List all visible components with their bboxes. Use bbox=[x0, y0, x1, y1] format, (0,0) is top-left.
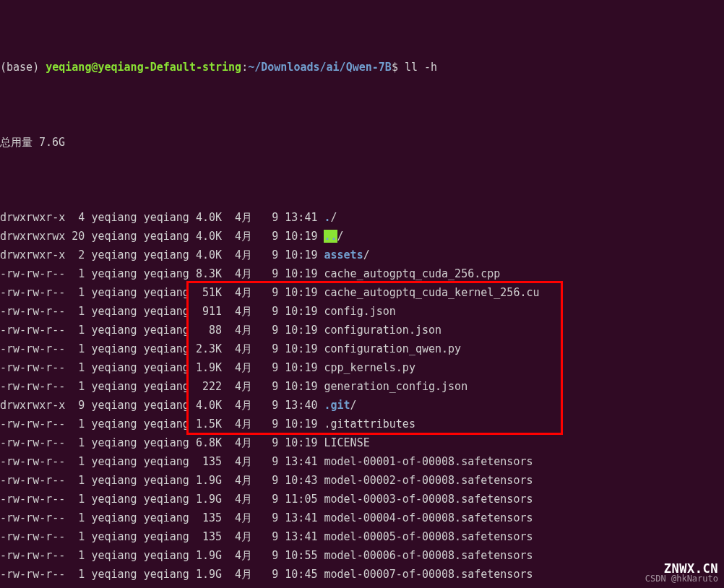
file-name: model-00003-of-00008.safetensors bbox=[324, 493, 533, 506]
file-row: -rw-rw-r-- 1 yeqiang yeqiang 6.8K 4月 9 1… bbox=[0, 433, 724, 452]
typed-command[interactable]: ll -h bbox=[405, 61, 437, 74]
prompt-env: (base) bbox=[0, 61, 46, 74]
file-metadata: -rw-rw-r-- 1 yeqiang yeqiang 1.9G 4月 9 1… bbox=[0, 549, 324, 562]
file-name: cpp_kernels.py bbox=[324, 361, 415, 374]
file-metadata: -rw-rw-r-- 1 yeqiang yeqiang 135 4月 9 13… bbox=[0, 455, 324, 468]
file-name: cache_autogptq_cuda_kernel_256.cu bbox=[324, 286, 539, 299]
file-name: cache_autogptq_cuda_256.cpp bbox=[324, 267, 500, 280]
file-metadata: -rw-rw-r-- 1 yeqiang yeqiang 1.9G 4月 9 1… bbox=[0, 474, 324, 487]
file-row: -rw-rw-r-- 1 yeqiang yeqiang 1.9G 4月 9 1… bbox=[0, 490, 724, 509]
file-row: -rw-rw-r-- 1 yeqiang yeqiang 1.9G 4月 9 1… bbox=[0, 546, 724, 565]
file-row: drwxrwxr-x 4 yeqiang yeqiang 4.0K 4月 9 1… bbox=[0, 208, 724, 227]
dir-slash: / bbox=[337, 230, 344, 243]
file-name: model-00007-of-00008.safetensors bbox=[324, 568, 533, 581]
file-name: .git bbox=[324, 399, 350, 412]
dir-slash: / bbox=[363, 248, 370, 261]
prompt-cwd: ~/Downloads/ai/Qwen-7B bbox=[248, 61, 392, 74]
file-name: model-00001-of-00008.safetensors bbox=[324, 455, 533, 468]
file-metadata: -rw-rw-r-- 1 yeqiang yeqiang 1.9K 4月 9 1… bbox=[0, 361, 324, 374]
file-metadata: -rw-rw-r-- 1 yeqiang yeqiang 135 4月 9 13… bbox=[0, 511, 324, 524]
file-metadata: drwxrwxrwx 20 yeqiang yeqiang 4.0K 4月 9 … bbox=[0, 230, 324, 243]
file-row: drwxrwxrwx 20 yeqiang yeqiang 4.0K 4月 9 … bbox=[0, 227, 724, 246]
file-row: -rw-rw-r-- 1 yeqiang yeqiang 88 4月 9 10:… bbox=[0, 321, 724, 340]
prompt-user-host: yeqiang@yeqiang-Default-string bbox=[46, 61, 241, 74]
file-metadata: -rw-rw-r-- 1 yeqiang yeqiang 911 4月 9 10… bbox=[0, 305, 324, 318]
file-metadata: -rw-rw-r-- 1 yeqiang yeqiang 135 4月 9 13… bbox=[0, 530, 324, 543]
file-row: -rw-rw-r-- 1 yeqiang yeqiang 8.3K 4月 9 1… bbox=[0, 264, 724, 283]
file-metadata: drwxrwxr-x 9 yeqiang yeqiang 4.0K 4月 9 1… bbox=[0, 399, 324, 412]
file-row: drwxrwxr-x 9 yeqiang yeqiang 4.0K 4月 9 1… bbox=[0, 396, 724, 415]
file-name: configuration_qwen.py bbox=[324, 342, 461, 355]
file-row: -rw-rw-r-- 1 yeqiang yeqiang 1.5K 4月 9 1… bbox=[0, 415, 724, 433]
file-row: -rw-rw-r-- 1 yeqiang yeqiang 135 4月 9 13… bbox=[0, 527, 724, 546]
file-metadata: -rw-rw-r-- 1 yeqiang yeqiang 1.5K 4月 9 1… bbox=[0, 418, 324, 431]
file-row: -rw-rw-r-- 1 yeqiang yeqiang 1.9G 4月 9 1… bbox=[0, 565, 724, 584]
file-row: -rw-rw-r-- 1 yeqiang yeqiang 135 4月 9 13… bbox=[0, 584, 724, 588]
file-row: -rw-rw-r-- 1 yeqiang yeqiang 135 4月 9 13… bbox=[0, 509, 724, 527]
file-row: -rw-rw-r-- 1 yeqiang yeqiang 1.9K 4月 9 1… bbox=[0, 358, 724, 377]
file-row: drwxrwxr-x 2 yeqiang yeqiang 4.0K 4月 9 1… bbox=[0, 246, 724, 264]
file-row: -rw-rw-r-- 1 yeqiang yeqiang 135 4月 9 13… bbox=[0, 452, 724, 471]
file-name: model-00006-of-00008.safetensors bbox=[324, 549, 533, 562]
file-metadata: -rw-rw-r-- 1 yeqiang yeqiang 88 4月 9 10:… bbox=[0, 324, 324, 337]
dir-slash: / bbox=[331, 211, 337, 224]
file-metadata: -rw-rw-r-- 1 yeqiang yeqiang 8.3K 4月 9 1… bbox=[0, 267, 324, 280]
file-metadata: -rw-rw-r-- 1 yeqiang yeqiang 222 4月 9 10… bbox=[0, 380, 324, 393]
file-metadata: -rw-rw-r-- 1 yeqiang yeqiang 51K 4月 9 10… bbox=[0, 286, 324, 299]
file-name: .. bbox=[324, 230, 337, 243]
file-name: assets bbox=[324, 248, 363, 261]
file-metadata: -rw-rw-r-- 1 yeqiang yeqiang 6.8K 4月 9 1… bbox=[0, 436, 324, 449]
file-row: -rw-rw-r-- 1 yeqiang yeqiang 1.9G 4月 9 1… bbox=[0, 471, 724, 490]
file-name: model-00005-of-00008.safetensors bbox=[324, 530, 533, 543]
file-row: -rw-rw-r-- 1 yeqiang yeqiang 2.3K 4月 9 1… bbox=[0, 340, 724, 358]
terminal-output[interactable]: (base) yeqiang@yeqiang-Default-string:~/… bbox=[0, 0, 724, 588]
total-line: 总用量 7.6G bbox=[0, 133, 724, 152]
file-row: -rw-rw-r-- 1 yeqiang yeqiang 51K 4月 9 10… bbox=[0, 283, 724, 302]
file-listing: drwxrwxr-x 4 yeqiang yeqiang 4.0K 4月 9 1… bbox=[0, 208, 724, 588]
file-metadata: drwxrwxr-x 2 yeqiang yeqiang 4.0K 4月 9 1… bbox=[0, 248, 324, 261]
file-name: .gitattributes bbox=[324, 418, 415, 431]
file-metadata: -rw-rw-r-- 1 yeqiang yeqiang 1.9G 4月 9 1… bbox=[0, 568, 324, 581]
file-metadata: -rw-rw-r-- 1 yeqiang yeqiang 1.9G 4月 9 1… bbox=[0, 493, 324, 506]
file-row: -rw-rw-r-- 1 yeqiang yeqiang 222 4月 9 10… bbox=[0, 377, 724, 396]
prompt-line[interactable]: (base) yeqiang@yeqiang-Default-string:~/… bbox=[0, 58, 724, 77]
file-row: -rw-rw-r-- 1 yeqiang yeqiang 911 4月 9 10… bbox=[0, 302, 724, 321]
file-name: LICENSE bbox=[324, 436, 369, 449]
dir-slash: / bbox=[350, 399, 357, 412]
prompt-dollar: $ bbox=[392, 61, 405, 74]
file-name: configuration.json bbox=[324, 324, 441, 337]
file-name: . bbox=[324, 211, 330, 224]
prompt-colon: : bbox=[241, 61, 248, 74]
file-name: model-00002-of-00008.safetensors bbox=[324, 474, 533, 487]
file-name: model-00004-of-00008.safetensors bbox=[324, 511, 533, 524]
file-name: generation_config.json bbox=[324, 380, 467, 393]
file-name: config.json bbox=[324, 305, 395, 318]
file-metadata: drwxrwxr-x 4 yeqiang yeqiang 4.0K 4月 9 1… bbox=[0, 211, 324, 224]
file-metadata: -rw-rw-r-- 1 yeqiang yeqiang 2.3K 4月 9 1… bbox=[0, 342, 324, 355]
